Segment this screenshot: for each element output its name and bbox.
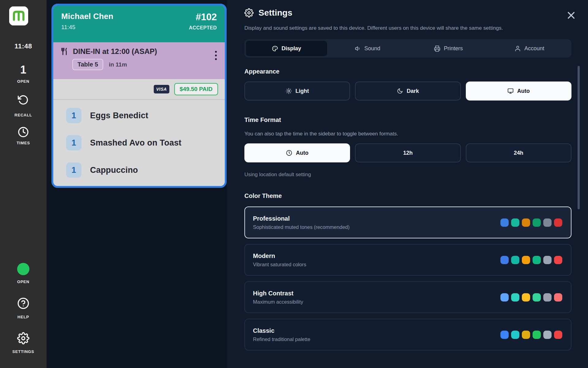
open-orders-label[interactable]: OPEN xyxy=(0,79,47,84)
store-open-label: OPEN xyxy=(0,279,47,284)
orders-column: Michael Chen 11:45 #102 ACCEPTED DI xyxy=(47,0,227,368)
appearance-dark-button[interactable]: Dark xyxy=(355,82,461,101)
recall-icon xyxy=(18,94,29,105)
service-line: DINE-IN at 12:00 (ASAP) xyxy=(73,47,157,56)
app-logo[interactable] xyxy=(9,6,28,25)
tab-sound[interactable]: Sound xyxy=(327,41,408,56)
recall-label[interactable]: RECALL xyxy=(0,113,47,117)
times-button[interactable] xyxy=(0,127,47,139)
color-swatch xyxy=(554,256,562,264)
table-badge: Table 5 xyxy=(72,59,103,70)
time-format-heading: Time Format xyxy=(244,116,571,123)
order-status: ACCEPTED xyxy=(189,25,217,31)
color-swatch xyxy=(511,218,519,227)
tab-printers[interactable]: Printers xyxy=(408,41,489,56)
order-item-row[interactable]: 1 Smashed Avo on Toast xyxy=(66,135,225,150)
app-root: 11:48 1 OPEN RECALL TIMES OPEN HELP xyxy=(0,0,588,368)
time-12h-button[interactable]: 12h xyxy=(355,143,461,162)
item-qty: 1 xyxy=(66,108,81,123)
person-icon xyxy=(514,45,521,52)
color-swatch xyxy=(533,218,541,227)
color-swatch xyxy=(500,256,509,264)
appearance-auto-button[interactable]: Auto xyxy=(466,82,571,101)
theme-option-high-contrast[interactable]: High Contrast Maximum accessibility xyxy=(244,281,571,313)
theme-description: Refined traditional palette xyxy=(253,336,310,342)
color-swatch xyxy=(522,256,530,264)
time-24h-button[interactable]: 24h xyxy=(466,143,571,162)
tab-account[interactable]: Account xyxy=(489,41,570,56)
settings-title: Settings xyxy=(258,8,292,18)
settings-tabs: Display Sound Printers xyxy=(244,39,571,58)
gear-icon xyxy=(244,8,254,17)
tab-label: Account xyxy=(524,45,544,52)
settings-panel: Settings Display and sound settings are … xyxy=(227,0,588,368)
sun-icon xyxy=(286,88,292,94)
option-label: 24h xyxy=(514,150,523,156)
theme-swatches xyxy=(500,293,562,302)
theme-name: Professional xyxy=(253,215,350,222)
color-swatch xyxy=(554,293,562,302)
theme-swatches xyxy=(500,218,562,227)
visa-badge: VISA xyxy=(154,85,169,93)
color-swatch xyxy=(511,331,519,339)
settings-button[interactable] xyxy=(0,332,47,346)
store-open-status-dot[interactable] xyxy=(17,263,29,275)
theme-option-modern[interactable]: Modern Vibrant saturated colors xyxy=(244,244,571,276)
option-label: Dark xyxy=(407,88,419,94)
time-format-note: You can also tap the time in the sidebar… xyxy=(244,131,571,137)
theme-option-professional[interactable]: Professional Sophisticated muted tones (… xyxy=(244,207,571,238)
printer-icon xyxy=(434,45,440,52)
help-button[interactable] xyxy=(0,297,47,311)
sidebar-clock[interactable]: 11:48 xyxy=(0,42,47,50)
tab-label: Printers xyxy=(444,45,463,52)
times-label[interactable]: TIMES xyxy=(0,141,47,145)
order-card[interactable]: Michael Chen 11:45 #102 ACCEPTED DI xyxy=(51,4,227,188)
theme-option-classic[interactable]: Classic Refined traditional palette xyxy=(244,319,571,351)
kebab-menu-icon[interactable] xyxy=(215,51,217,60)
recall-button[interactable] xyxy=(0,94,47,107)
color-swatch xyxy=(554,218,562,227)
item-qty: 1 xyxy=(66,162,81,178)
color-swatch xyxy=(554,331,562,339)
settings-header: Settings xyxy=(244,8,571,18)
speaker-icon xyxy=(355,45,361,52)
theme-name: Classic xyxy=(253,327,310,334)
color-swatch xyxy=(511,256,519,264)
item-name: Eggs Benedict xyxy=(90,111,148,120)
theme-description: Vibrant saturated colors xyxy=(253,262,306,267)
appearance-light-button[interactable]: Light xyxy=(244,82,350,101)
option-label: Auto xyxy=(296,150,308,156)
payment-row: VISA $49.50 PAID xyxy=(53,79,225,100)
color-swatch xyxy=(543,256,552,264)
appearance-heading: Appearance xyxy=(244,68,571,75)
panel-scrollbar[interactable] xyxy=(578,66,580,209)
theme-name: High Contrast xyxy=(253,290,303,297)
sidebar: 11:48 1 OPEN RECALL TIMES OPEN HELP xyxy=(0,0,47,368)
time-auto-button[interactable]: Auto xyxy=(244,143,350,162)
order-item-row[interactable]: 1 Eggs Benedict xyxy=(66,108,225,123)
help-icon xyxy=(17,297,29,309)
option-label: Light xyxy=(296,88,309,94)
service-section: DINE-IN at 12:00 (ASAP) Table 5 in 11m xyxy=(53,42,225,79)
theme-description: Maximum accessibility xyxy=(253,299,303,305)
moon-icon xyxy=(397,88,403,94)
option-label: Auto xyxy=(517,88,530,94)
clock-icon xyxy=(18,127,29,138)
tab-label: Display xyxy=(281,45,301,52)
color-theme-heading: Color Theme xyxy=(244,192,571,199)
item-name: Smashed Avo on Toast xyxy=(90,138,182,148)
tab-display[interactable]: Display xyxy=(246,41,327,56)
close-button[interactable] xyxy=(566,10,576,21)
item-qty: 1 xyxy=(66,135,81,150)
settings-label[interactable]: SETTINGS xyxy=(0,349,47,354)
gear-icon xyxy=(17,332,29,344)
time-format-options: Auto 12h 24h xyxy=(244,143,571,162)
order-card-header: Michael Chen 11:45 #102 ACCEPTED xyxy=(53,6,225,42)
color-swatch xyxy=(533,331,541,339)
open-orders-count: 1 xyxy=(0,63,47,76)
order-items: 1 Eggs Benedict 1 Smashed Avo on Toast 1… xyxy=(53,100,225,178)
paid-amount-chip: $49.50 PAID xyxy=(174,83,218,95)
help-label[interactable]: HELP xyxy=(0,315,47,319)
order-item-row[interactable]: 1 Cappuccino xyxy=(66,162,225,178)
color-swatch xyxy=(511,293,519,302)
